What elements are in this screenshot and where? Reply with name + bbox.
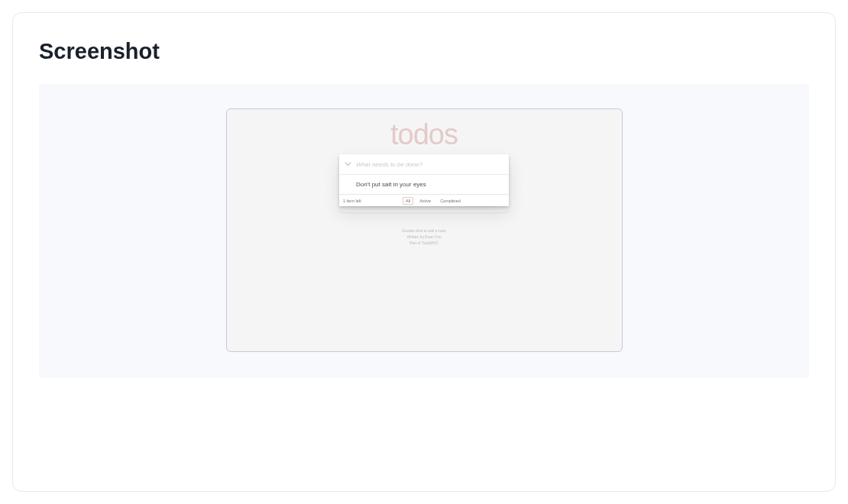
document-card: Screenshot todos What needs to be done? … (12, 12, 836, 492)
todo-item-label: Don't put salt in your eyes (356, 181, 426, 188)
new-todo-row[interactable]: What needs to be done? (339, 154, 509, 175)
page-heading: Screenshot (39, 39, 809, 64)
app-title: todos (390, 118, 458, 151)
todo-footer: 1 item left All Active Completed (339, 194, 509, 206)
info-line-3: Part of TodoMVC (402, 240, 446, 246)
items-left-count: 1 item left (343, 199, 361, 203)
info-line-2: Written by Evan You (402, 234, 446, 240)
todo-item[interactable]: Don't put salt in your eyes (339, 175, 509, 194)
filter-all[interactable]: All (403, 197, 413, 205)
toggle-all-icon[interactable] (339, 162, 356, 166)
todo-card: What needs to be done? Don't put salt in… (339, 154, 509, 206)
screenshot-container: todos What needs to be done? Don't put s… (39, 84, 809, 378)
filter-list: All Active Completed (361, 197, 505, 205)
app-info: Double-click to edit a todo Written by E… (402, 228, 446, 246)
new-todo-input[interactable]: What needs to be done? (356, 161, 422, 168)
filter-completed[interactable]: Completed (437, 197, 464, 205)
info-line-1: Double-click to edit a todo (402, 228, 446, 234)
todo-app-frame: todos What needs to be done? Don't put s… (226, 108, 623, 352)
filter-active[interactable]: Active (416, 197, 434, 205)
